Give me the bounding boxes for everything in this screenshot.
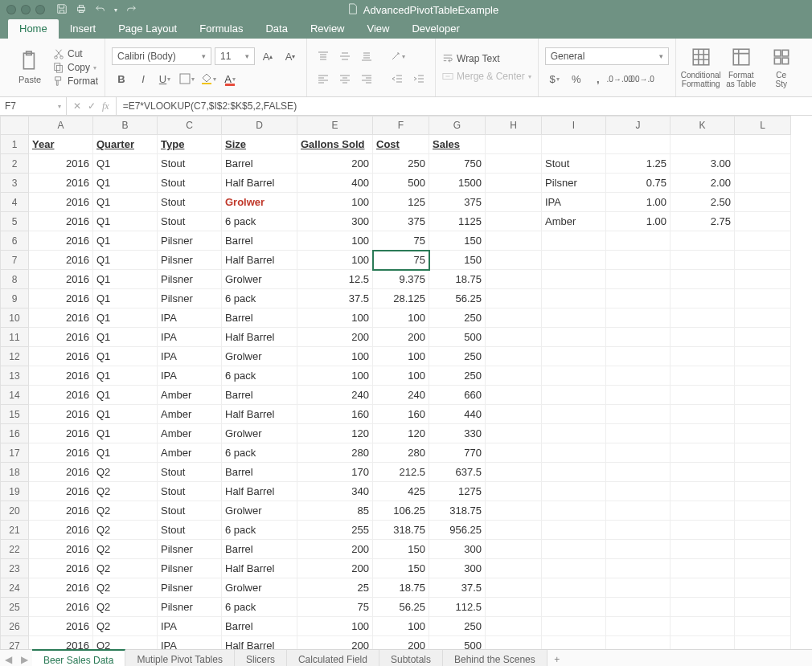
cell-A15[interactable]: 2016	[29, 405, 93, 424]
cell-K10[interactable]	[671, 308, 735, 328]
cell-I21[interactable]	[542, 521, 606, 540]
cell-H16[interactable]	[486, 424, 542, 443]
cell-K27[interactable]	[671, 636, 735, 650]
cell-G3[interactable]: 1500	[429, 174, 486, 193]
row-header-1[interactable]: 1	[1, 135, 29, 154]
conditional-formatting-button[interactable]: ConditionalFormatting	[683, 47, 720, 88]
cell-I11[interactable]	[542, 328, 606, 347]
cell-E16[interactable]: 120	[297, 424, 373, 443]
cell-A26[interactable]: 2016	[29, 617, 93, 636]
cell-F20[interactable]: 106.25	[373, 501, 429, 521]
cell-A3[interactable]: 2016	[29, 174, 93, 193]
cell-A17[interactable]: 2016	[29, 443, 93, 463]
cell-E2[interactable]: 200	[297, 154, 373, 174]
decrease-indent-icon[interactable]	[388, 70, 407, 88]
cell-D17[interactable]: 6 pack	[222, 443, 297, 463]
cell-L9[interactable]	[735, 289, 791, 308]
row-header-2[interactable]: 2	[1, 154, 29, 174]
cell-L17[interactable]	[735, 443, 791, 463]
cell-L6[interactable]	[735, 231, 791, 251]
cell-H2[interactable]	[486, 154, 542, 174]
col-header-E[interactable]: E	[297, 116, 373, 135]
cell-D11[interactable]: Half Barrel	[222, 328, 297, 347]
cell-K7[interactable]	[671, 251, 735, 270]
cell-I27[interactable]	[542, 636, 606, 650]
cell-B22[interactable]: Q2	[93, 540, 158, 559]
cell-C10[interactable]: IPA	[158, 308, 222, 328]
row-header-19[interactable]: 19	[1, 482, 29, 501]
cell-J12[interactable]	[606, 347, 671, 366]
cell-I16[interactable]	[542, 424, 606, 443]
row-header-26[interactable]: 26	[1, 617, 29, 636]
cell-G15[interactable]: 440	[429, 405, 486, 424]
cancel-formula-icon[interactable]: ✕	[73, 100, 81, 112]
cell-H27[interactable]	[486, 636, 542, 650]
cell-B19[interactable]: Q2	[93, 482, 158, 501]
sheet-tab-beer-sales-data[interactable]: Beer Sales Data	[32, 649, 125, 666]
cell-D9[interactable]: 6 pack	[222, 289, 297, 308]
cell-L19[interactable]	[735, 482, 791, 501]
cell-I25[interactable]	[542, 598, 606, 617]
row-header-24[interactable]: 24	[1, 578, 29, 598]
cell-L22[interactable]	[735, 540, 791, 559]
cell-F10[interactable]: 100	[373, 308, 429, 328]
cell-I12[interactable]	[542, 347, 606, 366]
cell-G1[interactable]: Sales	[429, 135, 486, 154]
ribbon-tab-review[interactable]: Review	[299, 19, 356, 39]
ribbon-tab-insert[interactable]: Insert	[59, 19, 108, 39]
align-left-icon[interactable]	[314, 70, 333, 88]
row-header-21[interactable]: 21	[1, 521, 29, 540]
cell-E3[interactable]: 400	[297, 174, 373, 193]
cell-L15[interactable]	[735, 405, 791, 424]
cell-F23[interactable]: 150	[373, 559, 429, 578]
sheet-nav-prev-icon[interactable]: ◀	[0, 654, 16, 665]
sheet-tab-slicers[interactable]: Slicers	[235, 650, 287, 666]
row-header-9[interactable]: 9	[1, 289, 29, 308]
cell-K21[interactable]	[671, 521, 735, 540]
cell-F14[interactable]: 240	[373, 386, 429, 405]
cell-D18[interactable]: Barrel	[222, 463, 297, 482]
cell-G5[interactable]: 1125	[429, 212, 486, 231]
cell-F12[interactable]: 100	[373, 347, 429, 366]
cell-J4[interactable]: 1.00	[606, 193, 671, 212]
save-icon[interactable]	[56, 3, 68, 17]
cell-B26[interactable]: Q2	[93, 617, 158, 636]
minimize-window-button[interactable]	[21, 5, 31, 14]
cell-H4[interactable]	[486, 193, 542, 212]
cell-A24[interactable]: 2016	[29, 578, 93, 598]
sheet-tab-behind-the-scenes[interactable]: Behind the Scenes	[443, 650, 547, 666]
cell-D21[interactable]: 6 pack	[222, 521, 297, 540]
cell-I2[interactable]: Stout	[542, 154, 606, 174]
cell-I8[interactable]	[542, 270, 606, 289]
col-header-J[interactable]: J	[606, 116, 671, 135]
cell-L25[interactable]	[735, 598, 791, 617]
cell-E18[interactable]: 170	[297, 463, 373, 482]
fx-icon[interactable]: fx	[102, 100, 109, 112]
cell-L24[interactable]	[735, 578, 791, 598]
cell-J15[interactable]	[606, 405, 671, 424]
cell-D27[interactable]: Half Barrel	[222, 636, 297, 650]
ribbon-tab-page-layout[interactable]: Page Layout	[107, 19, 188, 39]
cell-A21[interactable]: 2016	[29, 521, 93, 540]
cell-D3[interactable]: Half Barrel	[222, 174, 297, 193]
row-header-22[interactable]: 22	[1, 540, 29, 559]
cell-G18[interactable]: 637.5	[429, 463, 486, 482]
cell-E10[interactable]: 100	[297, 308, 373, 328]
cell-F2[interactable]: 250	[373, 154, 429, 174]
row-header-27[interactable]: 27	[1, 636, 29, 650]
cell-J8[interactable]	[606, 270, 671, 289]
col-header-F[interactable]: F	[373, 116, 429, 135]
cell-H19[interactable]	[486, 482, 542, 501]
col-header-G[interactable]: G	[429, 116, 486, 135]
cell-G17[interactable]: 770	[429, 443, 486, 463]
cell-D4[interactable]: Grolwer	[222, 193, 297, 212]
cell-I18[interactable]	[542, 463, 606, 482]
cell-I22[interactable]	[542, 540, 606, 559]
decrease-decimal-icon[interactable]: .00→.0	[632, 70, 651, 88]
cell-B14[interactable]: Q1	[93, 386, 158, 405]
format-as-table-button[interactable]: Formatas Table	[723, 47, 760, 88]
add-sheet-button[interactable]: +	[547, 654, 567, 665]
enter-formula-icon[interactable]: ✓	[88, 100, 96, 112]
cell-E25[interactable]: 75	[297, 598, 373, 617]
comma-icon[interactable]: ,	[588, 70, 608, 88]
